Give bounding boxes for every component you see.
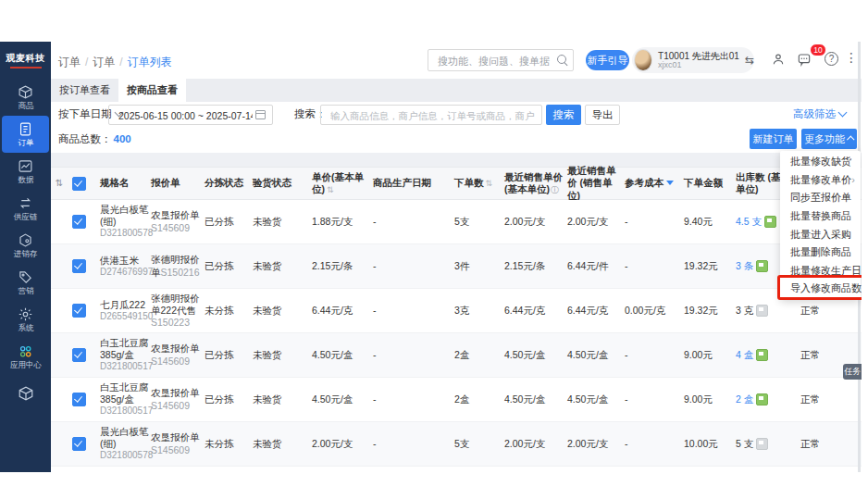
order-doc-icon (18, 121, 33, 137)
user-account: xjxc01 (658, 61, 739, 70)
user-menu[interactable]: T10001 先进先出01 xjxc01 ⇆ (632, 47, 754, 73)
expand-rows-icon[interactable]: ⇅ (56, 178, 63, 188)
sidebar-item-marketing[interactable]: 营销 (0, 264, 51, 301)
more-menu-item[interactable]: 同步至报价单 › (780, 189, 861, 207)
sidebar-item-system[interactable]: 系统 (0, 301, 51, 338)
sorting-status-cell: 已分拣 (205, 216, 253, 228)
info-icon[interactable]: ⓘ (551, 185, 559, 194)
spec-cell[interactable]: 白玉北豆腐 385g/盒 D321800517 (90, 337, 151, 373)
export-button[interactable]: 导出 (585, 105, 620, 125)
newbie-guide-button[interactable]: 新手引导 (586, 50, 629, 70)
breadcrumb-level1[interactable]: 订单 (58, 56, 81, 69)
header-unit-price[interactable]: 单价(基本单位)⇅ (312, 171, 373, 195)
reference-cost-cell: - (625, 216, 684, 228)
more-functions-button[interactable]: 更多功能 (801, 129, 857, 149)
global-search-input[interactable] (436, 51, 554, 71)
sidebar-item-label: 数据 (18, 176, 33, 184)
sidebar-item-label: 营销 (18, 287, 33, 295)
sort-icon[interactable]: ⇅ (327, 185, 334, 194)
header-reference-cost[interactable]: 参考成本 (625, 177, 684, 189)
quote-cell[interactable]: 农垦报价单S145609 (151, 387, 205, 411)
customer-service-icon[interactable] (771, 52, 786, 70)
order-qty-cell: 2盒 (454, 349, 504, 361)
main-area: 订单/订单/订单列表 新手引导 T10001 先进先出01 xjxc01 ⇆ 1… (51, 42, 862, 472)
sorting-status-cell: 未分拣 (205, 305, 253, 317)
sidebar-item-orders[interactable]: 订单 (2, 116, 49, 153)
messages-icon[interactable] (797, 52, 812, 70)
search-button[interactable]: 搜索 (546, 105, 581, 125)
recent-price-sale-cell: 6.44元/件 (567, 260, 625, 272)
outbound-record-icon[interactable] (756, 305, 768, 317)
row-checkbox[interactable] (72, 437, 86, 451)
row-checkbox[interactable] (72, 259, 86, 273)
outbound-record-icon[interactable] (756, 438, 768, 450)
filter-triangle-icon[interactable] (666, 181, 674, 185)
spec-cell[interactable]: 供港玉米 D274676997 (90, 255, 151, 279)
sidebar-item-supply-chain[interactable]: 供应链 (0, 190, 51, 227)
sidebar-item-data[interactable]: 数据 (0, 153, 51, 190)
row-checkbox[interactable] (72, 348, 86, 362)
sidebar-item-products[interactable]: 商品 (0, 79, 51, 116)
outbound-record-icon[interactable] (756, 260, 768, 272)
date-range-picker[interactable] (108, 105, 273, 125)
help-icon[interactable]: ? (825, 52, 838, 66)
quote-cell[interactable]: 张德明报价单222代售S150223 (151, 293, 205, 329)
production-date-cell: - (373, 260, 454, 272)
select-all-checkbox[interactable] (72, 177, 86, 191)
order-amount-cell: 10.00元 (684, 438, 736, 450)
quote-cell[interactable]: 农垦报价单S145609 (151, 343, 205, 367)
more-menu-item[interactable]: 批量替换商品 › (780, 207, 861, 226)
spec-cell[interactable]: 七月瓜222 D265549150 (90, 299, 151, 323)
quote-cell[interactable]: 农垦报价单S145609 (151, 431, 205, 455)
more-menu-item[interactable]: 批量修改生产日期 › (780, 262, 861, 281)
quote-cell[interactable]: 农垦报价单S145609 (151, 209, 205, 233)
sidebar-item-label: 应用中心 (9, 361, 41, 369)
calendar-icon (255, 110, 266, 119)
inspection-status-cell: 未验货 (253, 305, 312, 317)
task-side-tab[interactable]: 任务 (843, 364, 862, 380)
order-amount-cell: 19.32元 (684, 260, 736, 272)
breadcrumb-level2[interactable]: 订单 (93, 56, 115, 69)
sorting-status-cell: 已分拣 (205, 260, 253, 272)
more-menu-item[interactable]: 批量进入采购 › (780, 225, 861, 243)
production-date-cell: - (373, 393, 454, 405)
more-menu-item[interactable]: 批量修改单价 › (780, 171, 861, 190)
recent-price-sale-cell: 4.50元/盒 (567, 349, 625, 361)
more-menu-item[interactable]: 批量删除商品 › (780, 243, 861, 262)
reference-cost-cell: - (625, 438, 684, 450)
new-order-button[interactable]: 新建订单 (750, 129, 797, 149)
quote-cell[interactable]: 张德明报价单S150216 (151, 254, 205, 278)
sort-icon[interactable]: ⇅ (486, 179, 493, 188)
production-date-cell: - (373, 349, 454, 361)
row-checkbox[interactable] (72, 215, 86, 229)
order-qty-cell: 5支 (454, 438, 504, 450)
chevron-up-icon (847, 135, 854, 143)
header-order-qty[interactable]: 下单数⇅ (454, 177, 504, 189)
product-search-input[interactable] (329, 106, 539, 125)
row-checkbox[interactable] (72, 393, 86, 406)
order-amount-cell: 9.40元 (684, 216, 736, 228)
search-icon[interactable] (557, 55, 566, 64)
sidebar-item-app-center[interactable]: 应用中心 (0, 338, 51, 375)
tab-order-view[interactable]: 按订单查看 (51, 79, 118, 102)
spec-cell[interactable]: 晨光白板笔 (细) D321800578 (90, 426, 151, 462)
status-cell: 正常 (800, 305, 862, 317)
more-menu-item[interactable]: 批量修改缺货 › (780, 153, 861, 171)
outbound-record-icon[interactable] (764, 216, 776, 228)
sidebar-item-inventory[interactable]: 进销存 (0, 227, 51, 264)
more-options-icon[interactable]: ⋮ (845, 50, 858, 65)
table-row: 供港玉米 D274676997 张德明报价单S150216 已分拣 未验货 2.… (51, 244, 862, 289)
outbound-record-icon[interactable] (756, 393, 768, 405)
spec-cell[interactable]: 晨光白板笔 (细) D321800578 (90, 204, 151, 240)
header-sorting-status: 分拣状态 (205, 177, 253, 189)
sidebar-item-cube[interactable] (0, 375, 51, 412)
outbound-record-icon[interactable] (756, 349, 768, 361)
tab-product-view[interactable]: 按商品查看 (118, 79, 186, 102)
switch-account-icon[interactable]: ⇆ (745, 54, 754, 67)
row-checkbox[interactable] (72, 304, 86, 318)
production-date-cell: - (373, 216, 454, 228)
spec-cell[interactable]: 白玉北豆腐 385g/盒 D321800517 (90, 381, 151, 418)
date-range-input[interactable] (117, 106, 254, 125)
advanced-filter-link[interactable]: 高级筛选 (793, 107, 846, 121)
more-menu-item[interactable]: 导入修改商品数量 › (780, 280, 861, 298)
